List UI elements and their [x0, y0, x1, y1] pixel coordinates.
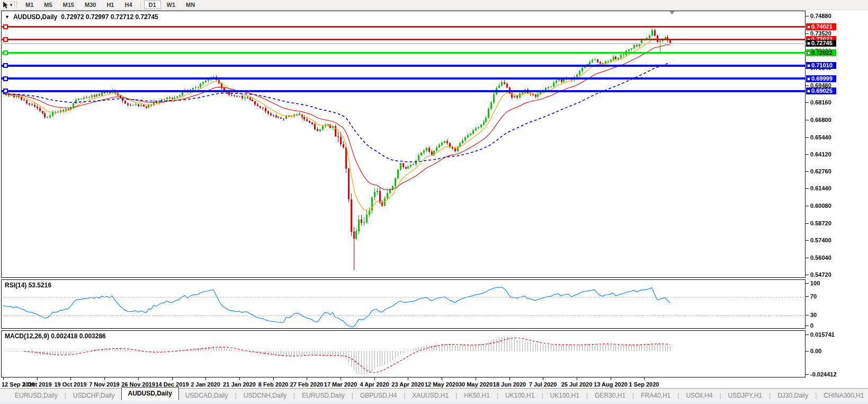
timeframe-button-w1[interactable]: W1: [162, 1, 181, 9]
rsi-axis-tick-label: 0: [810, 322, 813, 329]
chevron-down-icon: ▾: [10, 3, 12, 7]
chart-tab-usdjpy-h1-14[interactable]: USDJPY,H1: [722, 390, 768, 401]
price-flag-0.69999: 0.69999: [806, 75, 836, 82]
date-axis-label: 4 Apr 2020: [360, 381, 389, 388]
date-axis-tick: [577, 377, 577, 380]
date-axis-label: 27 Feb 2020: [290, 381, 323, 388]
rsi-axis-tick-label: 70: [810, 293, 817, 300]
date-axis-tick: [172, 377, 173, 380]
timeframe-button-h1[interactable]: H1: [102, 1, 119, 9]
macd-axis-tick-label: 0.015741: [810, 331, 835, 338]
date-axis-tick: [543, 377, 543, 380]
chart-tab-gbpusd-h4-6[interactable]: GBPUSD,H4: [354, 390, 403, 401]
timeframe-button-mn[interactable]: MN: [181, 1, 200, 9]
date-axis-label: 7 Nov 2019: [89, 381, 119, 388]
price-flag-notch: [807, 25, 810, 29]
horizontal-line-0.71010[interactable]: [1, 65, 806, 67]
date-axis-label: 2 Jan 2020: [191, 381, 220, 388]
timeframe-button-d1[interactable]: D1: [144, 1, 161, 9]
rsi-axis-tick: [806, 283, 809, 284]
date-axis-tick: [239, 377, 240, 380]
date-axis-tick: [408, 377, 408, 380]
price-flag-0.74021: 0.74021: [806, 23, 836, 30]
line-handle-0.74021[interactable]: [3, 24, 8, 29]
price-flag-notch: [807, 51, 810, 55]
date-axis-tick: [307, 377, 307, 380]
chart-tab-usdcad-daily-3[interactable]: USDCAD,Daily: [179, 390, 235, 401]
bid-price-line: [1, 43, 806, 44]
price-axis-tick-label: 0.62760: [810, 168, 831, 174]
line-handle-0.72022[interactable]: [3, 50, 8, 55]
date-axis-label: 7 Jul 2020: [529, 381, 557, 388]
chart-tab-usoil-h4-13[interactable]: USOil,H4: [679, 390, 719, 401]
horizontal-line-0.69999[interactable]: [1, 77, 806, 80]
rsi-indicator-panel[interactable]: [1, 279, 806, 329]
price-axis-tick-label: 0.64120: [810, 151, 831, 157]
price-axis-tick-label: 0.61440: [810, 185, 831, 191]
macd-label: MACD(12,26,9) 0.002418 0.003286: [5, 332, 106, 340]
chart-tab-xauusd-h1-7[interactable]: XAUUSD,H1: [406, 390, 455, 401]
rsi-axis-tick: [806, 296, 809, 297]
macd-axis-tick: [806, 374, 809, 375]
price-axis-tick: [806, 154, 809, 155]
rsi-level-30: [3, 315, 807, 316]
chart-tab-audusd-daily-2[interactable]: AUDUSD,Daily: [121, 387, 179, 400]
rsi-axis-tick: [806, 315, 809, 315]
chart-tab-ger30-h1-11[interactable]: GER30,H1: [588, 390, 632, 401]
price-axis-tick-label: 0.65440: [810, 134, 831, 140]
terminal-window: ▾ M1M5M15M30H1H4D1W1MN ▼ AUDUSD,Daily 0.…: [0, 0, 868, 404]
horizontal-line-0.74021[interactable]: [1, 26, 806, 28]
toolbar-grip-handle[interactable]: [14, 2, 17, 8]
rsi-canvas[interactable]: [2, 280, 805, 328]
timeframe-button-m15[interactable]: M15: [58, 1, 79, 9]
chart-tab-uk100-h1-10[interactable]: UK100,H1: [544, 390, 586, 401]
price-axis-tick: [806, 223, 809, 224]
price-chart-canvas[interactable]: [2, 11, 805, 277]
date-axis-tick: [442, 377, 442, 380]
price-axis-tick-label: 0.57400: [810, 237, 831, 243]
timeframe-button-m30[interactable]: M30: [80, 1, 101, 9]
chart-tab-hk50-h1-8[interactable]: HK50,H1: [458, 390, 496, 401]
date-axis-label: 25 Jul 2020: [561, 381, 593, 388]
timeframe-button-h4[interactable]: H4: [120, 1, 137, 9]
date-axis-tick: [104, 377, 105, 380]
price-axis-tick: [806, 171, 809, 172]
chart-tab-eurusd-daily-5[interactable]: EURUSD,Daily: [296, 390, 351, 401]
chart-title: ▼ AUDUSD,Daily 0.72972 0.72997 0.72712 0…: [5, 13, 158, 21]
line-handle-0.71010[interactable]: [3, 63, 8, 68]
line-handle-0.73033[interactable]: [3, 37, 8, 42]
collapse-arrow-icon[interactable]: ▼: [5, 14, 10, 20]
date-axis-tick: [509, 377, 510, 380]
price-axis-tick-label: 0.56040: [810, 254, 831, 261]
chart-shift-marker-icon[interactable]: [669, 11, 675, 15]
price-flag-0.71010: 0.71010: [806, 62, 836, 69]
horizontal-line-0.73033[interactable]: [1, 39, 806, 40]
horizontal-line-0.69025[interactable]: [1, 90, 806, 92]
window-bottom-strip: [0, 402, 868, 404]
cursor-tool-button[interactable]: ▾: [2, 1, 12, 9]
price-axis-tick: [806, 188, 809, 189]
timeframe-button-m5[interactable]: M5: [39, 1, 57, 9]
timeframe-toolbar: ▾ M1M5M15M30H1H4D1W1MN: [0, 0, 868, 10]
macd-canvas[interactable]: [2, 331, 805, 377]
macd-axis-tick-label: -0.024412: [810, 371, 837, 377]
price-axis-tick: [806, 85, 809, 86]
price-axis-tick-label: 0.54720: [810, 271, 831, 278]
horizontal-line-0.72022[interactable]: [1, 52, 806, 54]
macd-indicator-panel[interactable]: [1, 330, 806, 377]
chart-tab-fra40-h1-12[interactable]: FRA40,H1: [634, 390, 677, 401]
chart-tab-usdcnh-daily-4[interactable]: USDCNH,Daily: [237, 390, 293, 401]
chart-tab-uk100-h1-9[interactable]: UK100,H1: [499, 390, 541, 401]
chart-tab-eurusd-daily-0[interactable]: EURUSD,Daily: [8, 390, 64, 401]
date-axis-tick: [138, 377, 139, 380]
chart-tab-china300-h1-16[interactable]: CHINA300,H1: [817, 390, 868, 401]
price-chart-panel[interactable]: [1, 11, 806, 278]
price-axis-tick: [806, 33, 809, 34]
macd-axis-tick: [806, 351, 809, 352]
chart-tab-usdchf-daily-1[interactable]: USDCHF,Daily: [67, 390, 121, 401]
chart-tab-dj30-daily-15[interactable]: DJ30,Daily: [771, 390, 815, 401]
line-handle-0.69025[interactable]: [3, 89, 8, 93]
price-flag-notch: [807, 77, 810, 81]
line-handle-0.69999[interactable]: [3, 76, 8, 81]
timeframe-button-m1[interactable]: M1: [21, 1, 38, 9]
